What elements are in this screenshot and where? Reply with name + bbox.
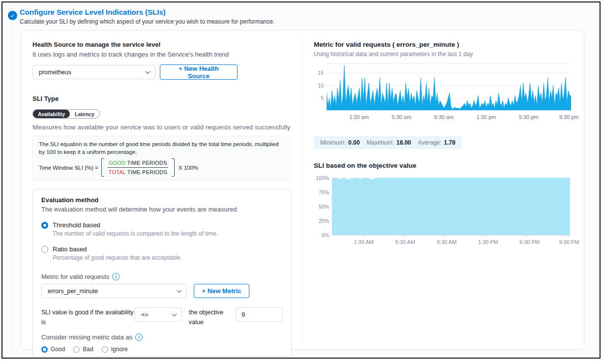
condition-suffix-label: the objective value — [189, 307, 231, 327]
operator-select[interactable]: <= — [135, 307, 182, 322]
step-complete-check-icon: ✓ — [8, 11, 17, 20]
objective-value-input[interactable] — [236, 307, 283, 322]
step-rail-line — [12, 23, 12, 352]
evaluation-method-card: Evaluation method The evaluation method … — [32, 189, 292, 357]
missing-data-label: Consider missing metric data as — [41, 334, 132, 341]
evaluation-description: The evaluation method will determine how… — [41, 206, 283, 213]
average-label: Average: — [418, 139, 442, 146]
column-divider — [302, 37, 302, 341]
sli-equation-box: The SLI equation is the number of good t… — [32, 136, 291, 181]
metric-chart-title: Metric for valid requests ( errors_per_m… — [314, 41, 574, 48]
tab-availability[interactable]: Availability — [33, 110, 70, 118]
missing-bad-radio[interactable] — [73, 346, 80, 353]
new-health-source-button[interactable]: + New Health Source — [160, 64, 238, 80]
bracket-right — [172, 158, 175, 177]
total-time-periods-rest: TIME PERIODS — [126, 169, 167, 175]
total-time-periods-key: TOTAL — [109, 169, 126, 175]
y-tick-label: 100% — [316, 175, 329, 181]
sli-chart-title: SLI based on the objective value — [314, 162, 574, 169]
metric-chart-yaxis: 51015 — [314, 63, 327, 128]
sli-equation-formula: Time Window SLI (%) = GOOD TIME PERIODS … — [39, 158, 284, 177]
chevron-down-icon — [145, 71, 150, 74]
missing-bad-label: Bad — [83, 346, 93, 353]
health-source-selected-value: prometheus — [39, 69, 71, 76]
sli-type-heading: SLI Type — [32, 95, 292, 102]
good-time-periods-key: GOOD — [109, 160, 125, 166]
chevron-down-icon — [172, 313, 177, 317]
health-source-description: It uses logs and metrics to track change… — [32, 51, 292, 58]
sli-chart-yaxis: 0%25%50%75%100% — [314, 176, 332, 250]
sli-equation-intro: The SLI equation is the number of good t… — [39, 141, 284, 156]
metric-for-valid-requests-label: Metric for valid requests — [41, 273, 109, 280]
sli-type-toggle: Availability Latency — [32, 109, 100, 119]
x-tick-label: 9:30 AM — [437, 239, 456, 245]
threshold-based-label: Threshold based — [53, 221, 100, 229]
equation-rhs: X 100% — [179, 165, 198, 171]
metric-selected-value: errors_per_minute — [48, 288, 98, 295]
sli-chart: 0%25%50%75%100% 1:30 AM5:30 AM9:30 AM1:3… — [314, 176, 574, 250]
left-column: Health Source to manage the service leve… — [32, 30, 292, 357]
x-tick-label: 9:30 pm — [559, 114, 579, 120]
ratio-based-description: Percentage of good requests that are acc… — [53, 254, 283, 261]
minimum-label: Minimum: — [320, 139, 346, 146]
health-source-heading: Health Source to manage the service leve… — [32, 41, 292, 48]
sli-config-card: Health Source to manage the service leve… — [21, 30, 584, 350]
x-tick-label: 1:30 pm — [477, 114, 496, 120]
x-tick-label: 5:30 pm — [519, 114, 539, 120]
missing-ignore-label: Ignore — [111, 346, 128, 353]
x-tick-label: 1:30 AM — [354, 239, 373, 245]
chevron-down-icon — [177, 290, 182, 293]
metric-chart: 51015 1:30 am5:30 am9:30 am1:30 pm5:30 p… — [314, 63, 574, 128]
missing-ignore-radio[interactable] — [102, 346, 108, 353]
y-tick-label: 50% — [319, 204, 329, 210]
health-source-select[interactable]: prometheus — [32, 65, 155, 79]
page-title: Configure Service Level Indicatiors (SLI… — [20, 8, 166, 16]
new-metric-button[interactable]: + New Metric — [194, 284, 249, 298]
x-tick-label: 5:30 AM — [395, 239, 415, 245]
missing-good-radio[interactable] — [41, 346, 48, 353]
y-tick-label: 25% — [319, 218, 329, 224]
sli-type-description: Measures how available your service was … — [32, 123, 292, 131]
y-tick-label: 0% — [322, 232, 329, 238]
equation-lhs: Time Window SLI (%) = — [39, 165, 98, 171]
equation-fraction: GOOD TIME PERIODS TOTAL TIME PERIODS — [104, 158, 172, 177]
maximum-label: Maximum: — [366, 139, 393, 146]
x-tick-label: 5:30 PM — [519, 239, 540, 245]
stats-badge: Minimum: 0.00 Maximum: 18.00 Average: 1.… — [314, 136, 462, 149]
x-tick-label: 9:30 am — [434, 114, 454, 120]
threshold-based-radio[interactable] — [41, 222, 48, 229]
metric-chart-plot[interactable] — [327, 63, 571, 113]
evaluation-heading: Evaluation method — [41, 196, 283, 204]
x-tick-label: 5:30 am — [391, 114, 411, 120]
y-tick-label: 5 — [321, 95, 324, 101]
operator-selected-value: <= — [141, 311, 149, 318]
metric-chart-subtitle: Using historical data and current parame… — [314, 51, 574, 58]
missing-good-label: Good — [51, 346, 65, 353]
y-tick-label: 15 — [318, 70, 324, 76]
window-frame: ✓ Configure Service Level Indicatiors (S… — [1, 1, 601, 359]
ratio-based-radio[interactable] — [41, 246, 48, 253]
x-tick-label: 1:30 PM — [478, 239, 498, 245]
info-icon[interactable]: i — [112, 273, 120, 280]
x-tick-label: 9:30 PM — [559, 239, 579, 245]
threshold-based-description: The number of valid requests is compared… — [53, 230, 283, 237]
x-tick-label: 1:30 am — [349, 114, 369, 120]
good-time-periods-rest: TIME PERIODS — [125, 160, 167, 166]
maximum-value: 18.00 — [396, 139, 411, 146]
info-icon[interactable]: i — [135, 334, 143, 341]
ratio-based-label: Ratio based — [53, 245, 87, 253]
metric-select[interactable]: errors_per_minute — [41, 284, 187, 298]
y-tick-label: 75% — [319, 189, 329, 195]
app-canvas: ✓ Configure Service Level Indicatiors (S… — [3, 3, 599, 357]
average-value: 1.78 — [444, 139, 455, 146]
condition-prefix-label: SLI value is good if the availability is — [41, 307, 135, 327]
tab-latency[interactable]: Latency — [70, 110, 99, 118]
minimum-value: 0.00 — [348, 139, 360, 146]
page-subtitle: Calculate your SLI by defining which asp… — [20, 18, 274, 25]
y-tick-label: 10 — [318, 83, 324, 89]
right-column: Metric for valid requests ( errors_per_m… — [314, 30, 574, 250]
sli-chart-plot[interactable] — [332, 176, 570, 240]
